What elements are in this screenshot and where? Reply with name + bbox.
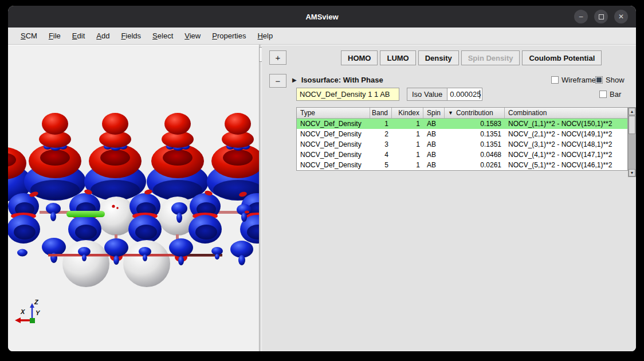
cell-combination: NOCV_(4,1)**2 - NOCV(147,1)**2 — [505, 151, 627, 159]
cell-kindex: 1 — [392, 130, 423, 138]
show-checkbox-row: Show — [595, 76, 625, 84]
cell-band: 4 — [370, 151, 392, 159]
cell-contribution: 0.0261 — [445, 161, 505, 169]
cell-kindex: 1 — [392, 120, 423, 128]
field-shortcut-toolbar: HOMO LUMO Density Spin Density Coulomb P… — [341, 50, 602, 65]
cell-type: NOCV_Def_Density — [297, 130, 370, 138]
amsview-window: AMSview – ✕ SCM File Edit Add Fields Sel… — [8, 6, 636, 351]
minus-icon: − — [276, 76, 281, 86]
plus-icon: + — [276, 53, 281, 62]
cell-type: NOCV_Def_Density — [297, 161, 370, 169]
fields-panel: + HOMO LUMO Density Spin Density Coulomb… — [262, 45, 636, 351]
wireframe-label: Wireframe — [561, 76, 596, 84]
iso-value-widget: Iso Value 0.000025 — [407, 88, 482, 101]
column-header-kindex[interactable]: Kindex — [392, 108, 423, 118]
collapse-arrow-icon[interactable]: ▶ — [292, 77, 297, 83]
cell-band: 2 — [370, 130, 392, 138]
table-row[interactable]: NOCV_Def_Density 2 1 AB 0.1351 NOCV_(2,1… — [297, 129, 627, 139]
minimize-icon: – — [579, 13, 583, 21]
nocv-table: Type Band Kindex Spin ▼ Contribution Com… — [296, 107, 628, 171]
table-row[interactable]: NOCV_Def_Density 1 1 AB 0.1583 NOCV_(1,1… — [297, 119, 627, 129]
show-checkbox[interactable] — [595, 76, 603, 84]
table-row[interactable]: NOCV_Def_Density 5 1 AB 0.0261 NOCV_(5,1… — [297, 160, 627, 170]
cell-combination: NOCV_(1,1)**2 - NOCV(150,1)**2 — [505, 120, 627, 128]
iso-value-label: Iso Value — [407, 88, 447, 100]
column-header-type[interactable]: Type — [297, 108, 370, 118]
column-header-combination[interactable]: Combination — [505, 108, 627, 118]
menu-add[interactable]: Add — [91, 29, 115, 42]
cell-band: 5 — [370, 161, 392, 169]
z-axis-label: Z — [34, 299, 39, 305]
menu-help[interactable]: Help — [252, 29, 278, 42]
y-axis-label: Y — [36, 309, 41, 316]
bar-checkbox-row: Bar — [599, 90, 621, 99]
z-axis-arrow — [30, 303, 34, 308]
window-title: AMSview — [305, 13, 338, 21]
iso-value-input[interactable]: 0.000025 — [447, 88, 482, 100]
menu-select[interactable]: Select — [147, 29, 179, 42]
add-field-button[interactable]: + — [269, 50, 286, 65]
minimize-button[interactable]: – — [574, 10, 588, 23]
scroll-up-icon[interactable]: ▲ — [629, 108, 635, 115]
cell-type: NOCV_Def_Density — [297, 120, 370, 128]
maximize-button[interactable] — [594, 10, 608, 23]
homo-button[interactable]: HOMO — [341, 50, 378, 65]
bar-checkbox[interactable] — [599, 91, 607, 98]
column-header-contribution[interactable]: ▼ Contribution — [445, 108, 505, 118]
cell-spin: AB — [423, 151, 445, 159]
table-header: Type Band Kindex Spin ▼ Contribution Com… — [297, 108, 627, 119]
cell-contribution: 0.1351 — [445, 140, 505, 148]
title-bar[interactable]: AMSview – ✕ — [8, 6, 636, 28]
window-controls: – ✕ — [574, 10, 628, 23]
molecule-3d-viewport[interactable]: Z X Y — [8, 45, 259, 351]
cell-spin: AB — [423, 130, 445, 138]
isosurface-header: ▶ Isosurface: With Phase — [292, 76, 383, 84]
cell-combination: NOCV_(3,1)**2 - NOCV(148,1)**2 — [505, 140, 627, 148]
cell-kindex: 1 — [392, 161, 423, 169]
menu-file[interactable]: File — [43, 29, 66, 42]
menu-properties[interactable]: Properties — [206, 29, 252, 42]
maximize-icon — [599, 14, 604, 19]
close-button[interactable]: ✕ — [614, 10, 628, 23]
wireframe-checkbox-row: Wireframe — [551, 76, 596, 84]
cell-band: 3 — [370, 140, 392, 148]
menu-bar: SCM File Edit Add Fields Select View Pro… — [8, 28, 636, 45]
table-row[interactable]: NOCV_Def_Density 4 1 AB 0.0468 NOCV_(4,1… — [297, 150, 627, 160]
density-button[interactable]: Density — [418, 50, 459, 65]
coulomb-potential-button[interactable]: Coulomb Potential — [522, 50, 602, 65]
menu-edit[interactable]: Edit — [66, 29, 91, 42]
cell-band: 1 — [370, 120, 392, 128]
menu-view[interactable]: View — [179, 29, 206, 42]
x-axis-label: X — [20, 308, 25, 315]
menu-scm[interactable]: SCM — [15, 29, 43, 42]
lumo-button[interactable]: LUMO — [380, 50, 415, 65]
table-row[interactable]: NOCV_Def_Density 3 1 AB 0.1351 NOCV_(3,1… — [297, 139, 627, 150]
scroll-down-icon[interactable]: ▼ — [629, 169, 635, 176]
show-label: Show — [606, 76, 625, 84]
cell-spin: AB — [423, 140, 445, 148]
cell-kindex: 1 — [392, 140, 423, 148]
contribution-header-label: Contribution — [456, 109, 493, 117]
field-name-input[interactable]: NOCV_Def_Density 1 1 AB — [296, 88, 399, 101]
axis-origin — [30, 318, 35, 323]
wireframe-checkbox[interactable] — [551, 76, 559, 84]
cell-type: NOCV_Def_Density — [297, 140, 370, 148]
cell-contribution: 0.0468 — [445, 151, 505, 159]
cell-kindex: 1 — [392, 151, 423, 159]
menu-fields[interactable]: Fields — [115, 29, 147, 42]
column-header-band[interactable]: Band — [370, 108, 392, 118]
cell-combination: NOCV_(2,1)**2 - NOCV(149,1)**2 — [505, 130, 627, 138]
axis-indicator: Z X Y — [11, 297, 57, 329]
scrollbar-thumb[interactable] — [629, 116, 635, 134]
cell-spin: AB — [423, 120, 445, 128]
close-icon: ✕ — [618, 13, 624, 21]
column-header-spin[interactable]: Spin — [423, 108, 445, 118]
remove-isosurface-button[interactable]: − — [269, 74, 286, 88]
isosurface-title: Isosurface: With Phase — [301, 76, 383, 84]
sort-descending-icon: ▼ — [448, 110, 453, 116]
bar-label: Bar — [610, 90, 621, 99]
cell-spin: AB — [423, 161, 445, 169]
cell-contribution: 0.1351 — [445, 130, 505, 138]
cell-combination: NOCV_(5,1)**2 - NOCV(146,1)**2 — [505, 161, 627, 169]
table-scrollbar[interactable]: ▲ ▼ — [628, 107, 636, 177]
